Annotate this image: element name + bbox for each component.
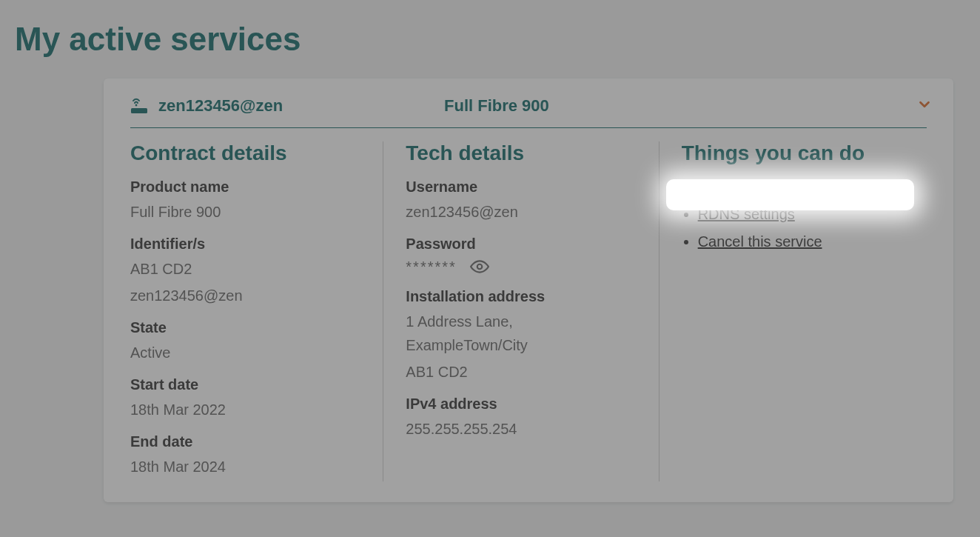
chevron-down-icon[interactable]	[916, 96, 933, 116]
password-row: *******	[406, 257, 636, 276]
ipv4-value: 255.255.255.254	[406, 417, 636, 441]
start-date-value: 18th Mar 2022	[130, 398, 360, 421]
install-address-line-1: 1 Address Lane, ExampleTown/City	[406, 310, 636, 357]
svg-point-2	[477, 264, 483, 270]
password-label: Password	[406, 236, 636, 253]
username-value: zen123456@zen	[406, 200, 636, 224]
install-address-label: Installation address	[406, 288, 636, 305]
identifier-label: Identifier/s	[130, 236, 360, 253]
service-card-header[interactable]: zen123456@zen Full Fibre 900	[104, 79, 953, 127]
state-label: State	[130, 319, 360, 336]
state-value: Active	[130, 341, 360, 364]
end-date-label: End date	[130, 433, 360, 450]
list-item: Email settings	[698, 179, 912, 196]
identifier-value-1: AB1 CD2	[130, 257, 360, 281]
svg-point-0	[135, 104, 138, 107]
install-address-line-2: AB1 CD2	[406, 360, 636, 384]
rdns-settings-link[interactable]: RDNS settings	[698, 206, 795, 222]
service-card: zen123456@zen Full Fibre 900 Contract de…	[104, 79, 953, 502]
service-columns: Contract details Product name Full Fibre…	[104, 128, 953, 502]
page-title: My active services	[0, 0, 980, 58]
eye-icon[interactable]	[470, 257, 489, 276]
username-label: Username	[406, 179, 636, 196]
product-name-value: Full Fibre 900	[130, 200, 360, 224]
tech-details-column: Tech details Username zen123456@zen Pass…	[383, 141, 659, 481]
tech-section-title: Tech details	[406, 141, 636, 165]
ipv4-label: IPv4 address	[406, 396, 636, 413]
actions-list: Email settings RDNS settings Cancel this…	[682, 179, 912, 250]
router-icon	[130, 98, 148, 114]
actions-section-title: Things you can do	[682, 141, 912, 165]
contract-section-title: Contract details	[130, 141, 360, 165]
list-item: RDNS settings	[698, 206, 912, 223]
password-masked: *******	[406, 259, 456, 276]
actions-column: Things you can do Email settings RDNS se…	[660, 141, 927, 481]
service-account-id: zen123456@zen	[158, 96, 283, 116]
cancel-service-link[interactable]: Cancel this service	[698, 233, 822, 250]
start-date-label: Start date	[130, 376, 360, 393]
identifier-value-2: zen123456@zen	[130, 284, 360, 307]
list-item: Cancel this service	[698, 233, 912, 250]
service-product-name: Full Fibre 900	[444, 96, 549, 116]
end-date-value: 18th Mar 2024	[130, 455, 360, 478]
svg-rect-1	[131, 108, 147, 113]
email-settings-link[interactable]: Email settings	[698, 179, 791, 195]
product-name-label: Product name	[130, 179, 360, 196]
contract-details-column: Contract details Product name Full Fibre…	[130, 141, 383, 481]
